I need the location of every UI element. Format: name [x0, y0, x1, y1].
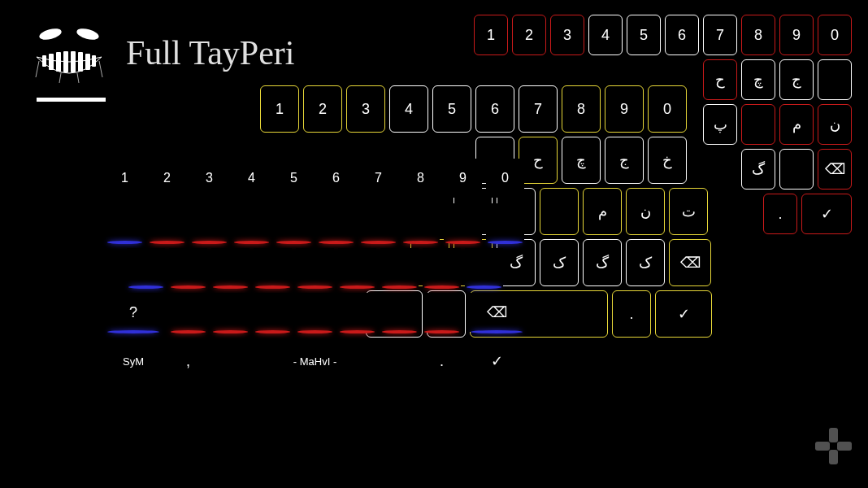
kb3-key-9[interactable]: 9: [444, 159, 482, 198]
kb1-r2-n[interactable]: ن: [818, 104, 852, 145]
kb2-r2-n[interactable]: ن: [626, 188, 665, 235]
kb3-r1-7[interactable]: [401, 203, 440, 242]
kb2-dot-key[interactable]: .: [612, 290, 651, 338]
kb3-enter-key[interactable]: ✓: [469, 342, 524, 381]
kb2-key-1[interactable]: 1: [260, 85, 299, 133]
kb1-key-0[interactable]: 0: [818, 15, 852, 55]
kb3-r2-8[interactable]: [465, 248, 503, 287]
kb3-r1-5[interactable]: [317, 203, 355, 242]
kb3-question-key[interactable]: ?: [106, 293, 161, 332]
kb1-key-1[interactable]: 1: [474, 15, 508, 55]
kb3-r2-2[interactable]: [211, 248, 250, 287]
kb3-r2-3[interactable]: [254, 248, 292, 287]
watermark-icon: [811, 424, 856, 472]
kb1-key-9[interactable]: 9: [779, 15, 814, 55]
svg-rect-10: [829, 428, 838, 442]
kb3-key-2[interactable]: 2: [148, 159, 186, 198]
svg-rect-4: [56, 52, 61, 72]
svg-rect-6: [71, 51, 76, 72]
kb3-r2-6[interactable]: [380, 248, 419, 287]
kb1-r1-k7[interactable]: ج: [779, 59, 814, 100]
kb3-r3-4[interactable]: [296, 293, 334, 332]
kb3-r2-1[interactable]: [169, 248, 207, 287]
kb3-r3-6[interactable]: [380, 293, 419, 332]
kb3-r1-1[interactable]: [148, 203, 186, 242]
kb1-r2-m[interactable]: م: [779, 104, 814, 145]
kb2-key-9[interactable]: 9: [605, 85, 644, 133]
kb2-r1-k8[interactable]: خ: [648, 137, 687, 184]
kb2-enter-key[interactable]: ✓: [655, 290, 712, 338]
kb3-r2-0[interactable]: [127, 248, 165, 287]
kb3-r1-2[interactable]: [190, 203, 228, 242]
kb1-enter-key[interactable]: ✓: [801, 194, 852, 234]
kb3-comma-key[interactable]: ,: [169, 342, 207, 381]
kb3-key-8[interactable]: 8: [401, 159, 440, 198]
logo-underline: [37, 98, 106, 102]
kb3-r3-5[interactable]: [338, 293, 376, 332]
kb2-key-8[interactable]: 8: [562, 85, 601, 133]
kb2-key-6[interactable]: 6: [475, 85, 514, 133]
kb3-key-1[interactable]: 1: [106, 159, 144, 198]
kb2-key-0[interactable]: 0: [648, 85, 687, 133]
logo-face-icon: [24, 16, 114, 89]
kb3-r1-0[interactable]: [106, 203, 144, 242]
kb2-r1-k6[interactable]: چ: [562, 137, 601, 184]
kb2-key-3[interactable]: 3: [346, 85, 385, 133]
kb3-r1-3[interactable]: [232, 203, 271, 242]
kb1-key-6[interactable]: 6: [665, 15, 699, 55]
kb1-backspace-key[interactable]: ⌫: [818, 149, 852, 190]
kb3-r1-4[interactable]: [275, 203, 313, 242]
kb3-r3-2[interactable]: [211, 293, 250, 332]
kb1-r1-k8[interactable]: [818, 59, 852, 100]
kb3-r2-7[interactable]: [423, 248, 461, 287]
kb1-r2-k5[interactable]: [741, 104, 775, 145]
kb1-key-4[interactable]: 4: [588, 15, 623, 55]
kb3-key-6[interactable]: 6: [317, 159, 355, 198]
kb1-key-3[interactable]: 3: [550, 15, 584, 55]
svg-rect-8: [85, 54, 90, 70]
kb3-backspace-key[interactable]: ⌫: [469, 293, 524, 332]
kb3-sym-key[interactable]: SyM: [106, 342, 161, 381]
kb3-r1-8[interactable]: [444, 203, 482, 242]
kb3-r3-1[interactable]: [169, 293, 207, 332]
kb1-dot-key[interactable]: .: [763, 194, 797, 234]
kb3-space-key[interactable]: - MaHvI -: [215, 342, 414, 381]
kb1-r3-g[interactable]: گ: [741, 149, 775, 190]
svg-point-0: [38, 27, 63, 42]
kb3-r1-6[interactable]: [359, 203, 397, 242]
kb3-key-3[interactable]: 3: [190, 159, 228, 198]
kb1-key-7[interactable]: 7: [703, 15, 737, 55]
svg-rect-13: [829, 450, 838, 464]
kb2-backspace-key[interactable]: ⌫: [669, 239, 711, 286]
kb2-r2-t[interactable]: ت: [669, 188, 708, 235]
kb1-key-8[interactable]: 8: [741, 15, 775, 55]
kb1-r1-k6[interactable]: چ: [741, 59, 775, 100]
kb3-r3-3[interactable]: [254, 293, 292, 332]
kb3-key-7[interactable]: 7: [359, 159, 397, 198]
svg-rect-9: [92, 55, 96, 67]
kb2-key-7[interactable]: 7: [519, 85, 558, 133]
kb2-r2-m[interactable]: م: [583, 188, 622, 235]
kb3-key-4[interactable]: 4: [232, 159, 271, 198]
app-title: Full TayPeri: [126, 33, 294, 72]
svg-point-1: [76, 27, 100, 42]
kb3-r2-5[interactable]: [338, 248, 376, 287]
kb2-key-4[interactable]: 4: [389, 85, 428, 133]
kb2-r3-k2b[interactable]: ک: [626, 239, 665, 286]
kb3-r1-9[interactable]: [486, 203, 524, 242]
kb3-r3-7[interactable]: [423, 293, 461, 332]
kb1-key-2[interactable]: 2: [512, 15, 546, 55]
keyboard-glow: 1 2 3 4 5 6 7 8 9 0 ? ⌫ SyM , - MaHvI - …: [106, 159, 561, 460]
kb3-key-0[interactable]: 0: [486, 159, 524, 198]
kb2-key-2[interactable]: 2: [303, 85, 342, 133]
kb3-r2-4[interactable]: [296, 248, 334, 287]
app-logo-area: Full TayPeri: [24, 16, 294, 89]
kb3-key-5[interactable]: 5: [275, 159, 313, 198]
svg-rect-11: [815, 442, 830, 451]
kb3-dot-key[interactable]: .: [423, 342, 461, 381]
kb1-key-5[interactable]: 5: [627, 15, 661, 55]
kb1-r3-k[interactable]: [779, 149, 814, 190]
kb2-key-5[interactable]: 5: [432, 85, 471, 133]
kb2-r3-g2[interactable]: گ: [583, 239, 622, 286]
kb2-r1-k7[interactable]: ج: [605, 137, 644, 184]
